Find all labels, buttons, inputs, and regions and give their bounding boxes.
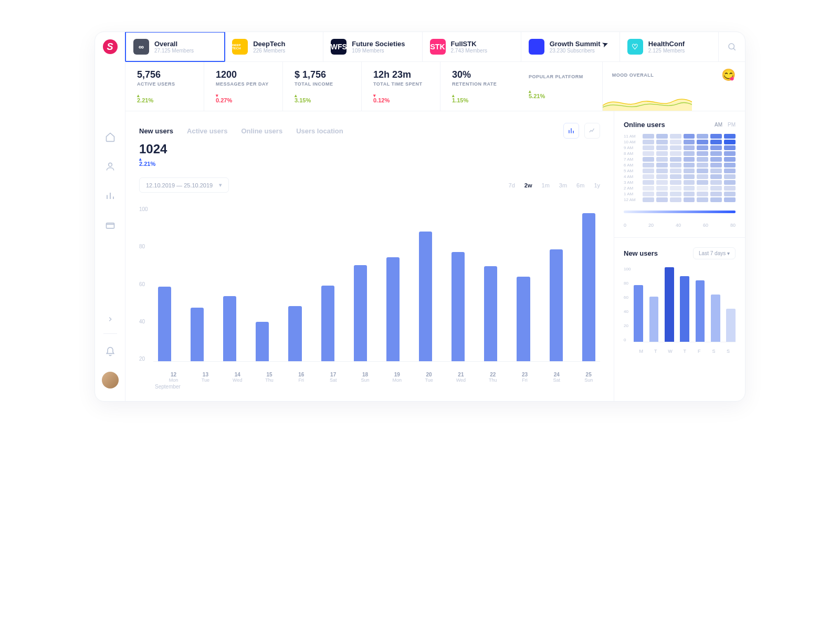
user-icon[interactable]: [104, 161, 116, 172]
range-option[interactable]: 1m: [542, 182, 550, 188]
tab-logo: DEEP TECH: [232, 39, 248, 55]
heatmap-cell: [710, 145, 722, 150]
heatmap-cell: [670, 186, 681, 191]
heatmap-cell: [670, 145, 681, 150]
range-option[interactable]: 1y: [594, 182, 600, 188]
heatmap-cell: [643, 197, 654, 202]
heatmap-legend: [624, 211, 736, 213]
heatmap-cell: [670, 157, 681, 162]
mood-emoji: 😋: [721, 68, 736, 82]
chart-bar: [223, 296, 236, 362]
mood-wave: [603, 93, 692, 111]
heatmap-cell: [643, 157, 654, 162]
sidebar: S: [95, 32, 125, 401]
heatmap-cell: [710, 157, 722, 162]
chevron-right-icon[interactable]: [107, 316, 114, 325]
popular-platform: POPULAR PLATFORM ▴5.21%: [519, 62, 603, 111]
heatmap-cell: [670, 163, 681, 167]
line-chart-icon[interactable]: [584, 123, 600, 139]
heatmap-cell: [656, 145, 668, 150]
heatmap-cell: [697, 151, 708, 156]
heatmap-cell: [710, 163, 722, 167]
heatmap-cell: [697, 186, 708, 191]
chart-bar: [517, 277, 530, 362]
heatmap-cell: [724, 151, 736, 156]
app-logo[interactable]: S: [103, 39, 118, 54]
heatmap-cell: [656, 186, 668, 191]
heatmap-cell: [643, 174, 654, 179]
home-icon[interactable]: [104, 131, 116, 143]
heatmap-cell: [710, 134, 722, 139]
heatmap-cell: [684, 134, 695, 139]
heatmap-cell: [697, 180, 708, 185]
range-option[interactable]: 3m: [559, 182, 567, 188]
heatmap-cell: [643, 140, 654, 144]
stat-card: 30%RETENTION RATE▴1.15%: [440, 62, 519, 111]
heatmap-cell: [724, 197, 736, 202]
heatmap-cell: [697, 192, 708, 196]
heatmap-cell: [656, 180, 668, 185]
popular-platform-label: POPULAR PLATFORM: [529, 74, 583, 79]
range-option[interactable]: 6m: [576, 182, 584, 188]
heatmap-cell: [670, 169, 681, 173]
metric-tab[interactable]: Active users: [187, 127, 227, 135]
heatmap-cell: [724, 145, 736, 150]
workspace-tab[interactable]: ∞Overall27.125 Members: [125, 32, 225, 62]
heatmap-cell: [656, 151, 668, 156]
chart-bar: [386, 257, 400, 362]
heatmap-cell: [710, 192, 722, 196]
tab-logo: [529, 39, 544, 55]
main: ∞Overall27.125 MembersDEEP TECHDeepTech2…: [125, 32, 745, 401]
heatmap-cell: [643, 192, 654, 196]
analytics-icon[interactable]: [104, 190, 116, 202]
date-range-dropdown[interactable]: 12.10.2019 — 25.10.2019▾: [139, 177, 229, 193]
range-option[interactable]: 2w: [524, 182, 532, 188]
heatmap-cell: [710, 174, 722, 179]
range-option[interactable]: 7d: [509, 182, 515, 188]
heatmap-cell: [643, 134, 654, 139]
chart-bar: [158, 287, 171, 362]
heatmap-cell: [670, 192, 681, 196]
bell-icon[interactable]: [104, 346, 116, 358]
heatmap-cell: [670, 140, 681, 144]
main-chart: 10080604020 12Mon13Tue14Wed15Thu16Fri17S…: [139, 204, 600, 383]
bar-chart-icon[interactable]: [563, 123, 579, 139]
heatmap-cell: [710, 180, 722, 185]
heatmap-cell: [684, 186, 695, 191]
mini-new-users: New users Last 7 days ▾ 100806040200 MTW…: [614, 237, 745, 363]
wallet-icon[interactable]: [104, 219, 116, 231]
metric-tab[interactable]: Online users: [241, 127, 282, 135]
heatmap-cell: [710, 151, 722, 156]
workspace-tab[interactable]: Growth Summit ➤23.230 Subscribers: [521, 32, 620, 61]
tab-logo: WFS: [331, 39, 346, 55]
workspace-tab[interactable]: STKFullSTK2.743 Members: [423, 32, 521, 61]
stat-card: 1200MESSAGES PER DAY▾0.27%: [204, 62, 283, 111]
heatmap-cell: [684, 174, 695, 179]
stat-card: 12h 23mTOTAL TIME SPENT▾0.12%: [362, 62, 440, 111]
heatmap-cell: [684, 140, 695, 144]
workspace-tab[interactable]: ♡HealthConf2.125 Members: [620, 32, 719, 61]
avatar[interactable]: [102, 372, 119, 388]
heatmap-cell: [684, 163, 695, 167]
pm-toggle[interactable]: PM: [728, 122, 736, 128]
heatmap-cell: [643, 186, 654, 191]
am-toggle[interactable]: AM: [715, 122, 722, 128]
heatmap-cell: [656, 157, 668, 162]
stat-card: 5,756ACTIVE USERS▴2.21%: [125, 62, 204, 111]
heatmap-cell: [710, 140, 722, 144]
search-icon[interactable]: [719, 32, 745, 61]
workspace-tab[interactable]: DEEP TECHDeepTech226 Members: [225, 32, 323, 61]
heatmap-cell: [697, 134, 708, 139]
online-heatmap: 11 AM10 AM9 AM8 AM7 AM6 AM5 AM4 AM3 AM2 …: [614, 134, 745, 203]
chart-month: September: [155, 384, 600, 390]
heatmap-cell: [724, 157, 736, 162]
tab-logo: STK: [430, 39, 446, 55]
mini-chart-bar: [665, 267, 674, 342]
metric-tab[interactable]: New users: [139, 127, 173, 135]
mini-range-dropdown[interactable]: Last 7 days ▾: [693, 247, 736, 259]
heatmap-cell: [697, 174, 708, 179]
heatmap-cell: [656, 134, 668, 139]
workspace-tab[interactable]: WFSFuture Societies109 Members: [323, 32, 422, 61]
mini-chart-bar: [649, 297, 659, 342]
metric-tab[interactable]: Users location: [296, 127, 343, 135]
